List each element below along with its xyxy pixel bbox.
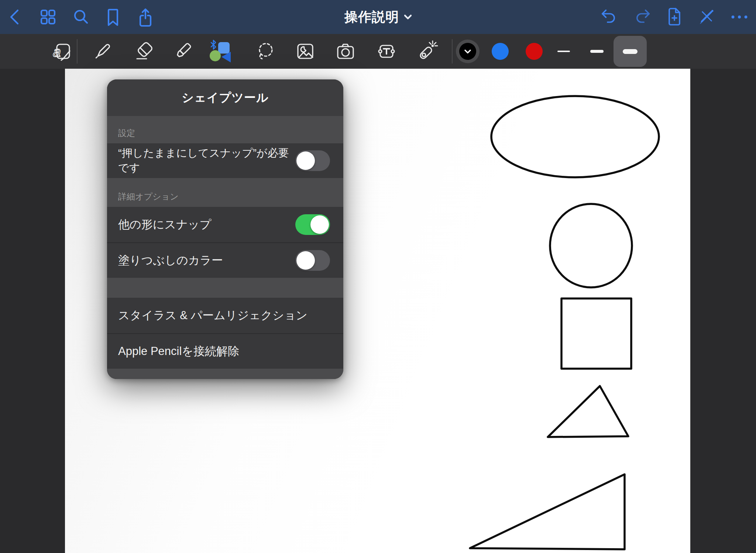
toggle-knob [310,215,329,234]
top-nav-bar: 操作説明 [0,0,756,34]
share-icon [135,7,156,27]
redo-button[interactable] [632,7,652,27]
eraser-tool-button[interactable] [133,40,156,63]
popover-footer [107,369,343,379]
back-icon [5,7,26,27]
document-stage: シェイプツール 設定 “押したままにしてスナップ”が必要です 詳細オプション 他… [0,69,756,553]
reading-mode-icon: a [50,40,74,63]
camera-icon [334,40,357,63]
toggle-knob [296,251,315,270]
pen-mode-toggle-button[interactable] [697,7,717,27]
thumbnails-button[interactable] [38,7,58,27]
lasso-icon [254,40,278,63]
page-title: 操作説明 [344,8,399,26]
row-label: “押したままにしてスナップ”が必要です [118,146,295,175]
more-icon [729,7,750,27]
drawn-shape [491,96,659,177]
laser-pointer-icon [415,40,439,63]
toolbar-separator [77,39,78,64]
button-label: Apple Pencilを接続解除 [118,344,330,359]
bookmark-icon [103,7,123,27]
drawn-shape [548,386,628,437]
section-header-advanced: 詳細オプション [107,178,343,207]
popover-arrow [306,79,332,80]
snap-to-shapes-toggle[interactable] [295,214,330,235]
stroke-medium-button[interactable] [580,36,614,67]
color-swatch-black[interactable] [456,40,480,63]
tools-toolbar: a [0,34,756,69]
stroke-width-options [546,36,647,67]
add-page-button[interactable] [664,7,685,27]
color-swatches [453,40,546,63]
pen-icon [91,40,114,63]
search-icon [70,7,91,27]
color-swatch-blue[interactable] [488,40,512,63]
chevron-down-icon [464,49,471,54]
laser-pointer-button[interactable] [415,40,439,63]
chevron-down-icon [404,14,412,20]
section-spacer [107,278,343,298]
row-label: 塗りつぶしのカラー [118,253,295,268]
lasso-tool-button[interactable] [254,40,278,63]
camera-tool-button[interactable] [334,40,357,63]
row-fill-color: 塗りつぶしのカラー [107,242,343,278]
row-hold-to-snap: “押したままにしてスナップ”が必要です [107,143,343,178]
redo-icon [632,7,652,27]
drawn-shape [550,204,632,287]
highlighter-tool-button[interactable] [171,40,195,63]
section-header-settings: 設定 [107,116,343,143]
fill-color-toggle[interactable] [295,250,330,271]
share-button[interactable] [135,7,156,27]
toggle-knob [296,151,315,170]
eraser-icon [133,40,156,63]
undo-button[interactable] [599,7,620,27]
search-button[interactable] [70,7,91,27]
thumbnails-grid-icon [38,7,58,27]
shape-tool-icon [208,40,232,63]
stroke-thick-button[interactable] [614,36,647,67]
drawn-shape [470,474,625,549]
stroke-thin-button[interactable] [547,36,580,67]
image-tool-button[interactable] [293,40,317,63]
row-label: 他の形にスナップ [118,217,295,232]
popover-title: シェイプツール [107,79,343,116]
image-icon [293,40,317,63]
undo-icon [599,7,620,27]
drawn-shape [561,298,631,369]
svg-text:a: a [52,44,61,60]
pen-mode-off-icon [697,7,717,27]
shape-tool-popover: シェイプツール 設定 “押したままにしてスナップ”が必要です 詳細オプション 他… [107,79,343,379]
color-swatch-red[interactable] [522,40,546,63]
back-button[interactable] [5,7,26,27]
text-tool-icon [375,40,398,63]
text-tool-button[interactable] [375,40,398,63]
document-title-button[interactable]: 操作説明 [344,0,412,34]
row-snap-to-shapes: 他の形にスナップ [107,207,343,242]
pen-tool-button[interactable] [91,40,114,63]
stylus-palm-rejection-button[interactable]: スタイラス & パームリジェクション [107,298,343,333]
button-label: スタイラス & パームリジェクション [118,308,330,323]
disconnect-apple-pencil-button[interactable]: Apple Pencilを接続解除 [107,333,343,369]
hold-to-snap-toggle[interactable] [295,150,330,171]
bookmark-button[interactable] [103,7,123,27]
add-page-icon [664,7,685,27]
shape-tool-button[interactable] [208,40,232,63]
highlighter-icon [171,40,195,63]
reading-mode-button[interactable]: a [50,40,74,63]
more-button[interactable] [729,7,750,27]
